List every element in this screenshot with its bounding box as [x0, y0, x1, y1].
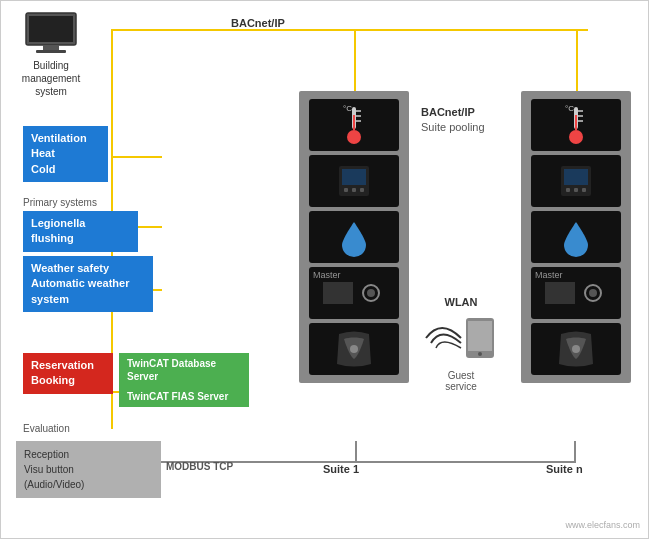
ventilation-box: Ventilation Heat Cold	[23, 126, 108, 182]
svg-text:°C: °C	[343, 105, 352, 113]
svg-rect-13	[344, 188, 348, 192]
bms-box: Buildingmanagementsystem	[21, 11, 81, 98]
svg-point-5	[347, 130, 361, 144]
reception-box: Reception Visu button (Audio/Video)	[16, 441, 161, 498]
svg-point-42	[478, 352, 482, 356]
weather-box: Weather safety Automatic weather system	[23, 256, 153, 312]
svg-rect-24	[575, 115, 577, 130]
evaluation-label: Evaluation	[23, 423, 70, 434]
suite1-phone	[309, 155, 399, 207]
suite-pooling-label: Suite pooling	[421, 121, 485, 133]
suiten-phone	[531, 155, 621, 207]
suite-bottom-vline1	[355, 441, 357, 463]
svg-rect-15	[360, 188, 364, 192]
svg-rect-6	[353, 115, 355, 130]
suiten-vline	[576, 29, 578, 99]
bms-label: Buildingmanagementsystem	[22, 59, 80, 98]
suiten-fan	[531, 323, 621, 375]
svg-point-23	[569, 130, 583, 144]
suite1-vline	[354, 29, 356, 99]
bacnet-top-label: BACnet/IP	[231, 17, 285, 29]
suite1-thermometer: °C	[309, 99, 399, 151]
svg-point-39	[572, 345, 580, 353]
reservation-box: Reservation Booking	[23, 353, 113, 394]
diagram-container: BACnet/IP Buildingmanagementsystem Venti…	[0, 0, 649, 539]
svg-rect-17	[323, 282, 353, 304]
svg-rect-3	[36, 50, 66, 53]
svg-rect-30	[564, 169, 588, 185]
suite-bottom-vlinen	[574, 441, 576, 463]
suiten-panel: °C Master	[521, 91, 631, 383]
svg-point-19	[367, 289, 375, 297]
suiten-water	[531, 211, 621, 263]
svg-rect-35	[545, 282, 575, 304]
computer-icon	[21, 11, 81, 56]
wlan-area: WLAN Guestservice	[421, 296, 501, 392]
primary-systems-label: Primary systems	[23, 197, 97, 208]
suiten-master: Master	[531, 267, 621, 319]
svg-rect-41	[468, 321, 492, 351]
modbus-label: MODBUS TCP	[166, 461, 233, 472]
bacnet-top-line	[111, 29, 588, 31]
svg-point-37	[589, 289, 597, 297]
hline-ventilation	[112, 156, 162, 158]
suite1-label: Suite 1	[323, 463, 359, 475]
svg-rect-31	[566, 188, 570, 192]
legionella-box: Legionella flushing	[23, 211, 138, 252]
svg-rect-2	[43, 45, 59, 50]
suite-bottom-line	[355, 461, 575, 463]
wlan-waves-icon	[421, 308, 501, 368]
svg-rect-1	[29, 16, 73, 42]
wlan-label: WLAN	[445, 296, 478, 308]
suiten-thermometer: °C	[531, 99, 621, 151]
suite1-master: Master	[309, 267, 399, 319]
svg-rect-32	[574, 188, 578, 192]
guest-service-label: Guestservice	[445, 370, 477, 392]
suiten-label: Suite n	[546, 463, 583, 475]
svg-rect-14	[352, 188, 356, 192]
watermark: www.elecfans.com	[565, 520, 640, 530]
svg-rect-33	[582, 188, 586, 192]
twincat-fias-box: TwinCAT FIAS Server	[119, 386, 249, 407]
suite1-water	[309, 211, 399, 263]
svg-text:°C: °C	[565, 105, 574, 113]
bacnet-mid-label: BACnet/IP	[421, 106, 475, 118]
svg-point-21	[350, 345, 358, 353]
svg-rect-12	[342, 169, 366, 185]
twincat-db-box: TwinCAT Database Server	[119, 353, 249, 387]
suite1-panel: °C Master	[299, 91, 409, 383]
suite1-fan	[309, 323, 399, 375]
